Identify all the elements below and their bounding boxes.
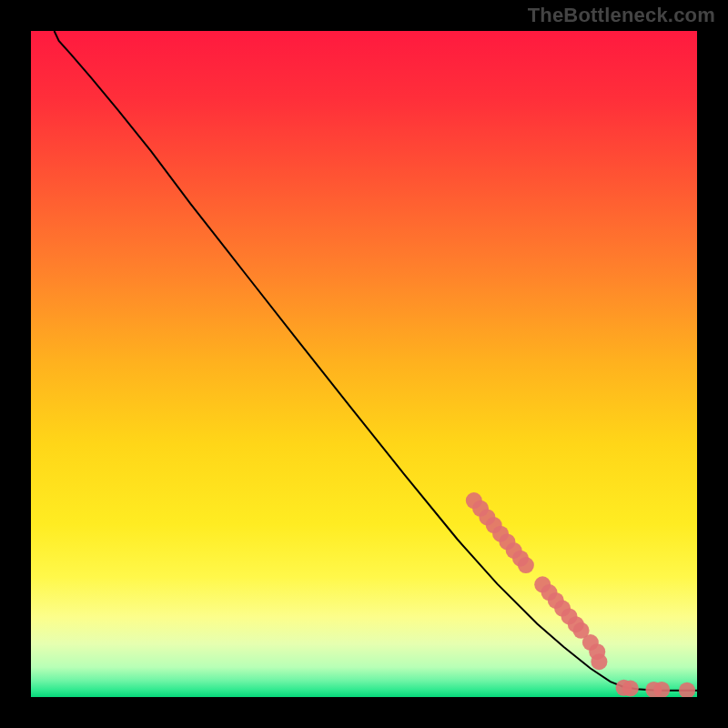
gradient-chart: [31, 31, 697, 697]
data-point: [591, 653, 607, 670]
data-point: [622, 681, 639, 697]
watermark-label: TheBottleneck.com: [528, 4, 715, 27]
data-point: [518, 557, 534, 573]
plot-area: [31, 31, 697, 697]
chart-frame: TheBottleneck.com: [0, 0, 728, 728]
gradient-background: [31, 31, 697, 697]
